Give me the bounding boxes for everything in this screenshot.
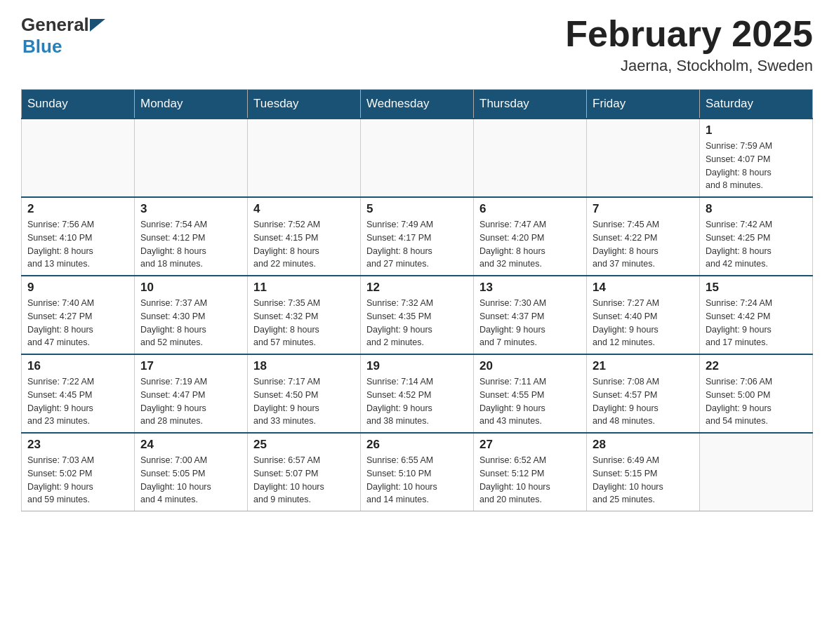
calendar-cell: 22Sunrise: 7:06 AMSunset: 5:00 PMDayligh… [700,354,813,433]
day-info: Sunrise: 6:57 AMSunset: 5:07 PMDaylight:… [253,454,355,507]
calendar-title-block: February 2025 Jaerna, Stockholm, Sweden [565,14,813,75]
calendar-cell: 16Sunrise: 7:22 AMSunset: 4:45 PMDayligh… [22,354,135,433]
day-info: Sunrise: 7:54 AMSunset: 4:12 PMDaylight:… [140,218,241,271]
day-info: Sunrise: 7:03 AMSunset: 5:02 PMDaylight:… [27,454,128,507]
day-number: 19 [366,359,468,373]
day-info: Sunrise: 7:56 AMSunset: 4:10 PMDaylight:… [27,218,128,271]
day-number: 7 [593,202,694,216]
day-number: 18 [253,359,355,373]
calendar-week-row: 1Sunrise: 7:59 AMSunset: 4:07 PMDaylight… [22,119,813,197]
calendar-cell: 4Sunrise: 7:52 AMSunset: 4:15 PMDaylight… [248,197,361,276]
day-number: 25 [253,438,355,452]
calendar-cell: 12Sunrise: 7:32 AMSunset: 4:35 PMDayligh… [361,276,474,354]
calendar-week-row: 9Sunrise: 7:40 AMSunset: 4:27 PMDaylight… [22,276,813,354]
calendar-week-row: 16Sunrise: 7:22 AMSunset: 4:45 PMDayligh… [22,354,813,433]
day-info: Sunrise: 7:27 AMSunset: 4:40 PMDaylight:… [593,297,694,349]
day-number: 13 [479,281,581,295]
calendar-cell: 2Sunrise: 7:56 AMSunset: 4:10 PMDaylight… [22,197,135,276]
day-number: 24 [140,438,241,452]
logo: General Blue [21,14,105,58]
calendar-cell: 25Sunrise: 6:57 AMSunset: 5:07 PMDayligh… [248,433,361,511]
logo-blue-text: Blue [22,36,62,57]
calendar-table: SundayMondayTuesdayWednesdayThursdayFrid… [21,89,813,511]
page-header: General Blue February 2025 Jaerna, Stock… [21,14,813,75]
day-info: Sunrise: 7:37 AMSunset: 4:30 PMDaylight:… [140,297,241,349]
day-number: 9 [27,281,128,295]
calendar-cell: 10Sunrise: 7:37 AMSunset: 4:30 PMDayligh… [135,276,248,354]
calendar-title: February 2025 [565,14,813,54]
day-number: 20 [479,359,581,373]
calendar-cell: 28Sunrise: 6:49 AMSunset: 5:15 PMDayligh… [587,433,700,511]
calendar-cell: 13Sunrise: 7:30 AMSunset: 4:37 PMDayligh… [474,276,587,354]
day-number: 28 [593,438,694,452]
day-number: 4 [253,202,355,216]
day-info: Sunrise: 7:42 AMSunset: 4:25 PMDaylight:… [706,218,807,271]
weekday-header-tuesday: Tuesday [248,90,361,119]
logo-general-text: General [21,14,89,36]
calendar-cell: 3Sunrise: 7:54 AMSunset: 4:12 PMDaylight… [135,197,248,276]
day-number: 1 [706,123,807,137]
calendar-cell: 26Sunrise: 6:55 AMSunset: 5:10 PMDayligh… [361,433,474,511]
svg-marker-0 [90,19,105,32]
calendar-header-row: SundayMondayTuesdayWednesdayThursdayFrid… [22,90,813,119]
calendar-cell [474,119,587,197]
day-number: 21 [593,359,694,373]
calendar-cell [361,119,474,197]
day-info: Sunrise: 7:17 AMSunset: 4:50 PMDaylight:… [253,375,355,428]
day-info: Sunrise: 7:06 AMSunset: 5:00 PMDaylight:… [706,375,807,428]
day-info: Sunrise: 7:59 AMSunset: 4:07 PMDaylight:… [706,140,807,192]
calendar-subtitle: Jaerna, Stockholm, Sweden [565,57,813,75]
calendar-cell: 27Sunrise: 6:52 AMSunset: 5:12 PMDayligh… [474,433,587,511]
calendar-cell: 23Sunrise: 7:03 AMSunset: 5:02 PMDayligh… [22,433,135,511]
weekday-header-friday: Friday [587,90,700,119]
day-info: Sunrise: 6:52 AMSunset: 5:12 PMDaylight:… [479,454,581,507]
day-info: Sunrise: 7:40 AMSunset: 4:27 PMDaylight:… [27,297,128,349]
calendar-week-row: 2Sunrise: 7:56 AMSunset: 4:10 PMDaylight… [22,197,813,276]
calendar-cell [22,119,135,197]
calendar-cell: 18Sunrise: 7:17 AMSunset: 4:50 PMDayligh… [248,354,361,433]
day-number: 26 [366,438,468,452]
day-info: Sunrise: 7:19 AMSunset: 4:47 PMDaylight:… [140,375,241,428]
day-info: Sunrise: 6:55 AMSunset: 5:10 PMDaylight:… [366,454,468,507]
calendar-cell: 14Sunrise: 7:27 AMSunset: 4:40 PMDayligh… [587,276,700,354]
calendar-cell [135,119,248,197]
day-info: Sunrise: 7:52 AMSunset: 4:15 PMDaylight:… [253,218,355,271]
day-info: Sunrise: 7:14 AMSunset: 4:52 PMDaylight:… [366,375,468,428]
calendar-cell: 20Sunrise: 7:11 AMSunset: 4:55 PMDayligh… [474,354,587,433]
calendar-cell: 11Sunrise: 7:35 AMSunset: 4:32 PMDayligh… [248,276,361,354]
day-info: Sunrise: 7:00 AMSunset: 5:05 PMDaylight:… [140,454,241,507]
day-number: 14 [593,281,694,295]
day-info: Sunrise: 7:49 AMSunset: 4:17 PMDaylight:… [366,218,468,271]
calendar-cell: 8Sunrise: 7:42 AMSunset: 4:25 PMDaylight… [700,197,813,276]
weekday-header-monday: Monday [135,90,248,119]
calendar-cell [587,119,700,197]
weekday-header-thursday: Thursday [474,90,587,119]
day-info: Sunrise: 7:22 AMSunset: 4:45 PMDaylight:… [27,375,128,428]
day-number: 23 [27,438,128,452]
day-number: 6 [479,202,581,216]
day-info: Sunrise: 7:24 AMSunset: 4:42 PMDaylight:… [706,297,807,349]
calendar-cell: 9Sunrise: 7:40 AMSunset: 4:27 PMDaylight… [22,276,135,354]
day-number: 15 [706,281,807,295]
day-number: 27 [479,438,581,452]
calendar-cell: 24Sunrise: 7:00 AMSunset: 5:05 PMDayligh… [135,433,248,511]
weekday-header-wednesday: Wednesday [361,90,474,119]
day-number: 22 [706,359,807,373]
logo-triangle-icon [90,19,105,32]
day-number: 5 [366,202,468,216]
calendar-cell: 5Sunrise: 7:49 AMSunset: 4:17 PMDaylight… [361,197,474,276]
day-number: 11 [253,281,355,295]
day-number: 2 [27,202,128,216]
day-info: Sunrise: 7:35 AMSunset: 4:32 PMDaylight:… [253,297,355,349]
day-number: 3 [140,202,241,216]
calendar-cell: 19Sunrise: 7:14 AMSunset: 4:52 PMDayligh… [361,354,474,433]
day-info: Sunrise: 7:30 AMSunset: 4:37 PMDaylight:… [479,297,581,349]
day-number: 12 [366,281,468,295]
day-number: 10 [140,281,241,295]
calendar-cell: 7Sunrise: 7:45 AMSunset: 4:22 PMDaylight… [587,197,700,276]
calendar-cell: 1Sunrise: 7:59 AMSunset: 4:07 PMDaylight… [700,119,813,197]
calendar-cell: 21Sunrise: 7:08 AMSunset: 4:57 PMDayligh… [587,354,700,433]
calendar-cell [248,119,361,197]
calendar-cell: 15Sunrise: 7:24 AMSunset: 4:42 PMDayligh… [700,276,813,354]
calendar-cell: 6Sunrise: 7:47 AMSunset: 4:20 PMDaylight… [474,197,587,276]
